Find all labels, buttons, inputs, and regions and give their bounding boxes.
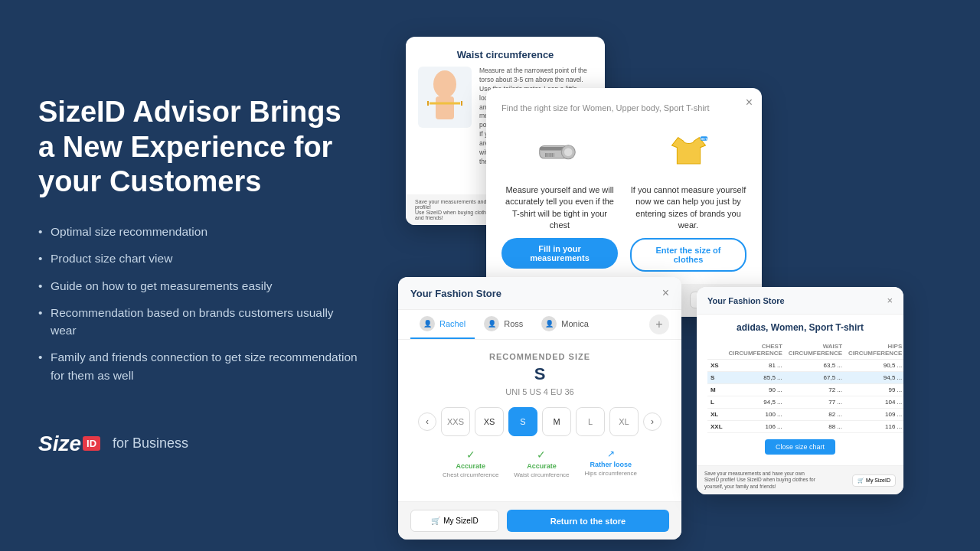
table-row-xs: XS 81 ... 63,5 ... 90,5 ...	[707, 360, 903, 372]
ross-avatar: 👤	[484, 316, 499, 331]
add-user-button[interactable]: +	[649, 315, 669, 334]
chest-fit-item: ✓ Accurate Chest circumference	[443, 448, 498, 478]
svg-point-8	[564, 148, 573, 157]
fashion-my-sizeid-button[interactable]: 🛒 My SizeID	[410, 510, 499, 532]
row-s-waist: 67,5 ...	[786, 372, 845, 384]
size-chart-store-name: Your Fashion Store	[707, 296, 785, 305]
rachel-label: Rachel	[439, 319, 466, 328]
row-m-waist: 72 ...	[786, 384, 845, 396]
recommendation-body: RECOMMENDED SIZE S UNI 5 US 4 EU 36 ‹ XX…	[398, 340, 681, 501]
user-tab-rachel[interactable]: 👤 Rachel	[410, 310, 475, 339]
svg-text:BETA: BETA	[701, 137, 709, 141]
enter-size-button[interactable]: Enter the size of clothes	[630, 238, 746, 272]
size-chart-my-sizeid-button[interactable]: 🛒 My SizeID	[852, 474, 896, 487]
fill-measurements-button[interactable]: Fill in your measurements	[501, 238, 618, 269]
svg-point-0	[433, 70, 456, 98]
fashion-store-name: Your Fashion Store	[410, 288, 501, 299]
hips-fit-sublabel: Hips circumference	[585, 470, 637, 477]
size-chart-header: Your Fashion Store ×	[697, 287, 903, 315]
left-panel: SizeID Advisor Brings a New Experience f…	[0, 0, 398, 551]
monica-label: Monica	[561, 319, 588, 328]
size-chart-close-button[interactable]: ×	[887, 295, 893, 306]
row-s-size: S	[707, 372, 726, 384]
size-xs[interactable]: XS	[475, 407, 504, 436]
next-size-button[interactable]: ›	[643, 412, 662, 431]
col-size	[707, 341, 726, 360]
size-s[interactable]: S	[508, 407, 537, 436]
user-tabs: 👤 Rachel 👤 Ross 👤 Monica +	[398, 310, 681, 340]
size-chart-title: adidas, Women, Sport T-shirt	[707, 322, 893, 333]
logo-size-text: Size	[38, 432, 81, 456]
fashion-modal-header: Your Fashion Store ×	[398, 277, 681, 310]
main-container: SizeID Advisor Brings a New Experience f…	[0, 0, 980, 551]
close-size-chart-button[interactable]: Close size chart	[765, 439, 835, 455]
row-xl-size: XL	[707, 409, 726, 421]
chest-fit-label: Accurate	[456, 462, 485, 470]
fill-measurements-text: Measure yourself and we will accurately …	[501, 184, 618, 232]
hips-fit-item: ↗ Rather loose Hips circumference	[585, 448, 637, 478]
row-s-hips: 94,5 ...	[845, 372, 903, 384]
feature-item-2: Product size chart view	[38, 249, 360, 267]
row-xs-waist: 63,5 ...	[786, 360, 845, 372]
rec-size-sub: UNI 5 US 4 EU 36	[410, 387, 669, 396]
measure-options: |||||||| Measure yourself and we will ac…	[501, 125, 746, 272]
fit-indicators: ✓ Accurate Chest circumference ✓ Accurat…	[410, 448, 669, 478]
row-xl-chest: 100 ...	[726, 409, 786, 421]
fashion-modal-close-button[interactable]: ×	[662, 286, 669, 300]
size-carousel: ‹ XXS XS S M L XL ›	[410, 407, 669, 436]
size-chart-footer: Save your measurements and have your own…	[697, 465, 903, 494]
row-m-chest: 90 ...	[726, 384, 786, 396]
size-xxs[interactable]: XXS	[441, 407, 470, 436]
measure-modal-close-button[interactable]: ×	[746, 96, 753, 109]
waist-tooltip-title: Waist circumference	[418, 49, 593, 60]
brand-logo: Size ID for Business	[38, 432, 360, 456]
row-xs-chest: 81 ...	[726, 360, 786, 372]
monica-avatar: 👤	[541, 316, 557, 331]
row-m-size: M	[707, 384, 726, 396]
return-to-store-button[interactable]: Return to the store	[507, 510, 669, 532]
row-xxl-waist: 88 ...	[786, 421, 845, 433]
table-row-l: L 94,5 ... 77 ... 104 ...	[707, 396, 903, 409]
size-l[interactable]: L	[576, 407, 605, 436]
row-s-chest: 85,5 ...	[726, 372, 786, 384]
size-chart-body: adidas, Women, Sport T-shirt CHESTCIRCUM…	[697, 315, 903, 465]
row-xxl-hips: 116 ...	[845, 421, 903, 433]
rec-label: RECOMMENDED SIZE	[410, 352, 669, 361]
feature-list: Optimal size recommendation Product size…	[38, 223, 360, 393]
size-xl[interactable]: XL	[609, 407, 639, 436]
rec-size-display: S	[410, 364, 669, 384]
row-xs-size: XS	[707, 360, 726, 372]
tape-measure-icon-wrap: ||||||||	[533, 125, 586, 178]
waist-fit-label: Accurate	[527, 462, 557, 470]
feature-item-3: Guide on how to get measurements easily	[38, 277, 360, 295]
prev-size-button[interactable]: ‹	[418, 412, 436, 431]
waist-illustration	[418, 67, 472, 128]
table-row-xl: XL 100 ... 82 ... 109 ...	[707, 409, 903, 421]
size-table: CHESTCIRCUMFERENCE WAISTCIRCUMFERENCE HI…	[707, 341, 903, 433]
table-row-xxl: XXL 106 ... 88 ... 116 ...	[707, 421, 903, 433]
user-tab-ross[interactable]: 👤 Ross	[475, 310, 532, 339]
row-xxl-chest: 106 ...	[726, 421, 786, 433]
row-m-hips: 99 ...	[845, 384, 903, 396]
chest-fit-sublabel: Chest circumference	[443, 471, 498, 478]
rachel-avatar: 👤	[420, 316, 435, 331]
row-xl-waist: 82 ...	[786, 409, 845, 421]
user-tab-monica[interactable]: 👤 Monica	[532, 310, 597, 339]
size-m[interactable]: M	[542, 407, 571, 436]
svg-text:||||||||: ||||||||	[545, 152, 555, 157]
logo-for-business: for Business	[113, 435, 188, 452]
row-l-size: L	[707, 396, 726, 409]
right-panel: Waist circumference Measure at the narro…	[398, 0, 980, 551]
row-xs-hips: 90,5 ...	[845, 360, 903, 372]
fashion-store-modal: Your Fashion Store × 👤 Rachel 👤 Ross 👤 M…	[398, 277, 681, 540]
col-hips: HIPSCIRCUMFERENCE	[845, 341, 903, 360]
row-l-hips: 104 ...	[845, 396, 903, 409]
feature-item-5: Family and friends connection to get siz…	[38, 348, 360, 384]
chest-accurate-icon: ✓	[466, 448, 475, 461]
row-xl-hips: 109 ...	[845, 409, 903, 421]
ross-label: Ross	[504, 319, 523, 328]
enter-size-option: BETA If you cannot measure yourself now …	[630, 125, 746, 272]
headline: SizeID Advisor Brings a New Experience f…	[38, 95, 360, 200]
size-chart-footer-text: Save your measurements and have your own…	[704, 471, 819, 490]
row-l-chest: 94,5 ...	[726, 396, 786, 409]
